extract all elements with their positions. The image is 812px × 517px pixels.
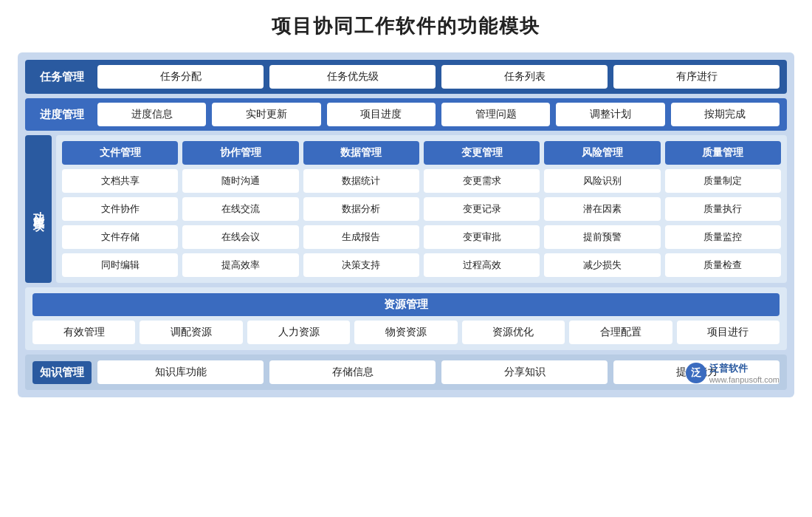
col-5-item-3: 质量检查 bbox=[665, 253, 781, 277]
progress-item-1: 实时更新 bbox=[212, 103, 320, 126]
page-title: 项目协同工作软件的功能模块 bbox=[272, 13, 540, 39]
col-data-management: 数据管理 数据统计 数据分析 生成报告 决策支持 bbox=[303, 141, 419, 277]
task-item-2: 任务列表 bbox=[441, 65, 608, 89]
col-0-item-0: 文档共享 bbox=[62, 169, 178, 193]
col-header-0: 文件管理 bbox=[62, 141, 178, 165]
progress-management-label: 进度管理 bbox=[32, 103, 92, 126]
progress-item-4: 调整计划 bbox=[556, 103, 664, 126]
resource-item-4: 资源优化 bbox=[462, 321, 565, 344]
col-risk-management: 风险管理 风险识别 潜在因素 提前预警 减少损失 bbox=[544, 141, 660, 277]
col-4-item-1: 潜在因素 bbox=[544, 197, 660, 221]
col-1-item-1: 在线交流 bbox=[182, 197, 298, 221]
knowledge-item-1: 存储信息 bbox=[269, 360, 436, 384]
col-0-item-1: 文件协作 bbox=[62, 197, 178, 221]
columns-area: 文件管理 文档共享 文件协作 文件存储 同时编辑 协作管理 随时沟通 在线交流 … bbox=[56, 135, 787, 283]
col-header-5: 质量管理 bbox=[665, 141, 781, 165]
progress-item-2: 项目进度 bbox=[327, 103, 436, 126]
col-2-item-2: 生成报告 bbox=[303, 225, 419, 249]
main-container: 任务管理 任务分配 任务优先级 任务列表 有序进行 进度管理 进度信息 实时更新… bbox=[18, 52, 794, 397]
resource-item-5: 合理配置 bbox=[569, 321, 672, 344]
progress-item-3: 管理问题 bbox=[441, 103, 550, 126]
watermark: 泛 泛普软件 www.fanpusoft.com bbox=[686, 362, 780, 384]
col-1-item-3: 提高效率 bbox=[182, 253, 298, 277]
task-item-1: 任务优先级 bbox=[269, 65, 436, 89]
watermark-url: www.fanpusoft.com bbox=[709, 375, 780, 384]
col-1-item-0: 随时沟通 bbox=[182, 169, 298, 193]
col-3-item-3: 过程高效 bbox=[424, 253, 540, 277]
resources-cards: 有效管理 调配资源 人力资源 物资资源 资源优化 合理配置 项目进行 bbox=[32, 321, 780, 344]
col-5-item-1: 质量执行 bbox=[665, 197, 781, 221]
col-4-item-0: 风险识别 bbox=[544, 169, 660, 193]
col-collab-management: 协作管理 随时沟通 在线交流 在线会议 提高效率 bbox=[182, 141, 298, 277]
watermark-brand: 泛普软件 bbox=[709, 362, 780, 375]
task-item-0: 任务分配 bbox=[97, 65, 264, 89]
resource-item-3: 物资资源 bbox=[354, 321, 457, 344]
function-module-label: 功能模块 bbox=[25, 135, 52, 283]
col-4-item-3: 减少损失 bbox=[544, 253, 660, 277]
progress-management-cards: 进度信息 实时更新 项目进度 管理问题 调整计划 按期完成 bbox=[97, 103, 780, 126]
col-header-4: 风险管理 bbox=[544, 141, 660, 165]
watermark-logo: 泛 bbox=[686, 363, 706, 383]
knowledge-management-label: 知识管理 bbox=[32, 361, 92, 384]
col-0-item-2: 文件存储 bbox=[62, 225, 178, 249]
resources-management-label: 资源管理 bbox=[32, 293, 780, 316]
knowledge-item-2: 分享知识 bbox=[441, 360, 608, 384]
col-3-item-1: 变更记录 bbox=[424, 197, 540, 221]
col-0-item-3: 同时编辑 bbox=[62, 253, 178, 277]
col-2-item-1: 数据分析 bbox=[303, 197, 419, 221]
progress-item-0: 进度信息 bbox=[97, 103, 206, 126]
knowledge-item-0: 知识库功能 bbox=[97, 360, 264, 384]
resource-item-0: 有效管理 bbox=[32, 321, 135, 344]
resource-item-1: 调配资源 bbox=[140, 321, 242, 344]
resource-item-2: 人力资源 bbox=[247, 321, 350, 344]
col-1-item-2: 在线会议 bbox=[182, 225, 298, 249]
progress-management-row: 进度管理 进度信息 实时更新 项目进度 管理问题 调整计划 按期完成 bbox=[25, 98, 787, 131]
task-management-label: 任务管理 bbox=[32, 66, 92, 89]
col-3-item-2: 变更审批 bbox=[424, 225, 540, 249]
function-module-section: 功能模块 文件管理 文档共享 文件协作 文件存储 同时编辑 协作管理 随时沟通 … bbox=[25, 135, 787, 283]
knowledge-management-row: 知识管理 知识库功能 存储信息 分享知识 提升能力 bbox=[25, 355, 787, 390]
col-2-item-3: 决策支持 bbox=[303, 253, 419, 277]
resource-item-6: 项目进行 bbox=[677, 321, 780, 344]
col-5-item-2: 质量监控 bbox=[665, 225, 781, 249]
knowledge-management-cards: 知识库功能 存储信息 分享知识 提升能力 bbox=[97, 360, 780, 384]
col-header-1: 协作管理 bbox=[182, 141, 298, 165]
col-2-item-0: 数据统计 bbox=[303, 169, 419, 193]
col-header-2: 数据管理 bbox=[303, 141, 419, 165]
col-header-3: 变更管理 bbox=[424, 141, 540, 165]
col-change-management: 变更管理 变更需求 变更记录 变更审批 过程高效 bbox=[424, 141, 540, 277]
progress-item-5: 按期完成 bbox=[671, 103, 780, 126]
col-quality-management: 质量管理 质量制定 质量执行 质量监控 质量检查 bbox=[665, 141, 781, 277]
col-file-management: 文件管理 文档共享 文件协作 文件存储 同时编辑 bbox=[62, 141, 178, 277]
task-management-row: 任务管理 任务分配 任务优先级 任务列表 有序进行 bbox=[25, 60, 787, 94]
task-item-3: 有序进行 bbox=[613, 65, 780, 89]
col-3-item-0: 变更需求 bbox=[424, 169, 540, 193]
col-4-item-2: 提前预警 bbox=[544, 225, 660, 249]
col-5-item-0: 质量制定 bbox=[665, 169, 781, 193]
resources-section: 资源管理 有效管理 调配资源 人力资源 物资资源 资源优化 合理配置 项目进行 bbox=[25, 287, 787, 350]
task-management-cards: 任务分配 任务优先级 任务列表 有序进行 bbox=[97, 65, 780, 89]
